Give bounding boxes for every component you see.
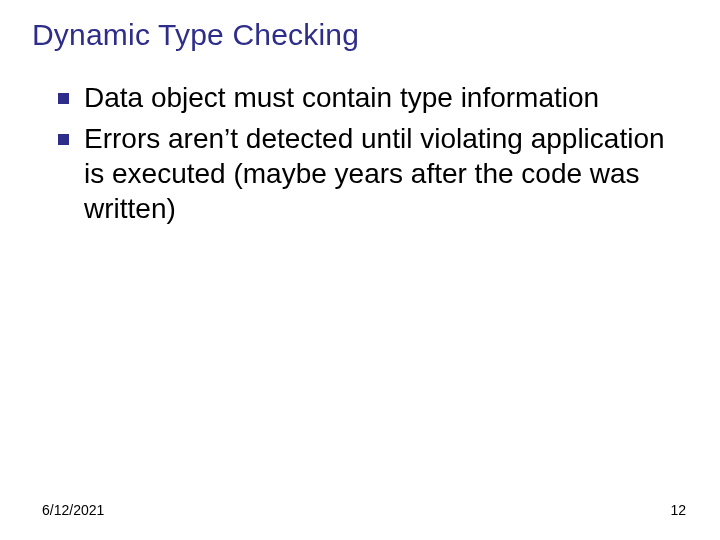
list-item-text: Data object must contain type informatio… [84, 82, 599, 113]
footer-date: 6/12/2021 [42, 502, 104, 518]
slide: Dynamic Type Checking Data object must c… [0, 0, 720, 540]
slide-body: Data object must contain type informatio… [28, 80, 692, 226]
list-item-text: Errors aren’t detected until violating a… [84, 123, 665, 224]
list-item: Errors aren’t detected until violating a… [28, 121, 692, 226]
footer-page-number: 12 [670, 502, 686, 518]
square-bullet-icon [58, 93, 69, 104]
slide-title: Dynamic Type Checking [32, 18, 692, 52]
slide-footer: 6/12/2021 12 [0, 502, 720, 518]
list-item: Data object must contain type informatio… [28, 80, 692, 115]
square-bullet-icon [58, 134, 69, 145]
